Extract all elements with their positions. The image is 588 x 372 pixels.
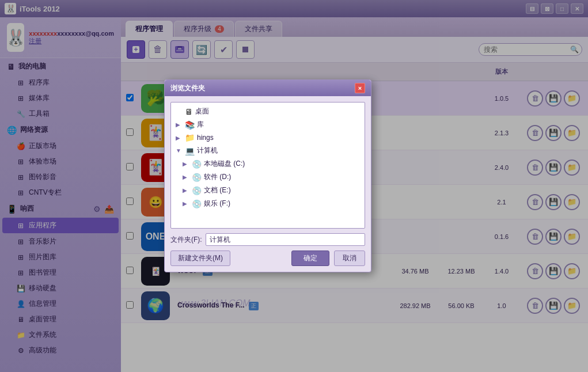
- expand-icon4: ▼: [176, 147, 183, 154]
- computer-tree-label: 计算机: [197, 146, 218, 155]
- hings-tree-icon: 📁: [185, 133, 195, 142]
- tree-item-desktop[interactable]: 🖥 桌面: [173, 105, 362, 118]
- path-label: 文件夹(F):: [170, 235, 202, 245]
- tree-item-hings[interactable]: ▶ 📁 hings: [173, 131, 362, 144]
- desktop-tree-icon: 🖥: [185, 107, 193, 116]
- expand-icon7: ▶: [183, 187, 189, 193]
- dialog-btn-row: 新建文件夹(M) 确定 取消: [170, 250, 365, 266]
- drive-c-label: 本地磁盘 (C:): [204, 159, 245, 169]
- dialog-title: 浏览文件夹: [170, 83, 205, 93]
- tree-item-computer[interactable]: ▼ 💻 计算机: [173, 144, 362, 157]
- library-tree-icon: 📚: [185, 120, 195, 130]
- dialog-body: 🖥 桌面 ▶ 📚 库 ▶ 📁 hings ▼: [165, 96, 371, 272]
- hings-tree-label: hings: [197, 134, 214, 142]
- tree-item-drive-c[interactable]: ▶ 💿 本地磁盘 (C:): [173, 157, 362, 170]
- expand-icon6: ▶: [183, 174, 189, 180]
- drive-c-icon: 💿: [192, 160, 202, 169]
- cancel-btn[interactable]: 取消: [334, 250, 365, 266]
- drive-e-icon: 💿: [192, 186, 202, 195]
- dialog-title-bar: 浏览文件夹 ×: [165, 80, 371, 96]
- dialog-path-row: 文件夹(F):: [170, 233, 365, 246]
- expand-icon2: ▶: [176, 122, 183, 128]
- tree-item-drive-d[interactable]: ▶ 💿 软件 (D:): [173, 170, 362, 184]
- expand-icon8: ▶: [183, 200, 189, 207]
- desktop-tree-label: 桌面: [195, 107, 209, 116]
- expand-icon3: ▶: [176, 135, 183, 141]
- tree-item-library[interactable]: ▶ 📚 库: [173, 118, 362, 131]
- ok-btn[interactable]: 确定: [291, 250, 329, 266]
- folder-tree[interactable]: 🖥 桌面 ▶ 📚 库 ▶ 📁 hings ▼: [170, 102, 365, 229]
- drive-e-label: 文档 (E:): [204, 185, 231, 195]
- new-folder-btn[interactable]: 新建文件夹(M): [170, 250, 230, 266]
- browse-folder-dialog: 浏览文件夹 × 🖥 桌面 ▶ 📚 库 ▶: [164, 79, 371, 272]
- tree-item-drive-f[interactable]: ▶ 💿 娱乐 (F:): [173, 197, 362, 210]
- tree-item-drive-e[interactable]: ▶ 💿 文档 (E:): [173, 184, 362, 197]
- computer-tree-icon: 💻: [185, 146, 195, 155]
- path-input[interactable]: [206, 233, 365, 246]
- drive-f-icon: 💿: [192, 199, 202, 208]
- expand-icon5: ▶: [183, 161, 189, 167]
- drive-f-label: 娱乐 (F:): [204, 199, 230, 208]
- dialog-overlay[interactable]: 浏览文件夹 × 🖥 桌面 ▶ 📚 库 ▶: [0, 0, 588, 372]
- dialog-close-btn[interactable]: ×: [355, 83, 365, 93]
- library-tree-label: 库: [197, 120, 204, 130]
- drive-d-icon: 💿: [192, 173, 202, 182]
- drive-d-label: 软件 (D:): [204, 172, 231, 182]
